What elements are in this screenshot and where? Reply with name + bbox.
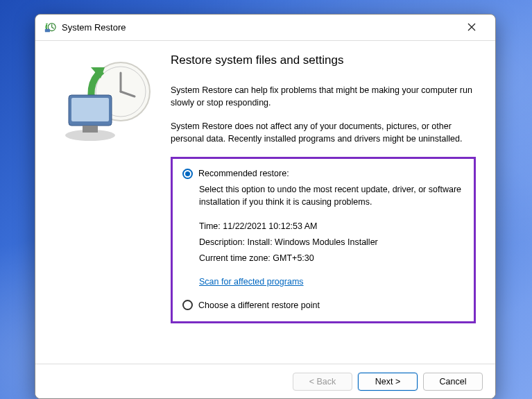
restore-timezone: Current time zone: GMT+5:30 — [199, 252, 464, 265]
cancel-button[interactable]: Cancel — [423, 373, 483, 391]
intro-paragraph-2: System Restore does not affect any of yo… — [171, 120, 476, 145]
options-panel: Recommended restore: Select this option … — [171, 157, 476, 324]
svg-rect-9 — [83, 126, 98, 133]
restore-time: Time: 11/22/2021 10:12:53 AM — [199, 220, 464, 233]
choose-different-option[interactable]: Choose a different restore point — [182, 300, 464, 310]
intro-paragraph-1: System Restore can help fix problems tha… — [171, 84, 476, 109]
restore-artwork-icon — [48, 53, 159, 151]
recommended-restore-option[interactable]: Recommended restore: — [182, 169, 464, 179]
sidebar — [35, 46, 171, 364]
radio-selected-icon — [182, 169, 193, 179]
titlebar: System Restore — [35, 15, 495, 41]
content-area: Restore system files and settings System… — [171, 46, 495, 364]
system-restore-icon — [44, 22, 56, 34]
scan-affected-programs-link[interactable]: Scan for affected programs — [199, 275, 304, 289]
svg-rect-1 — [45, 28, 50, 32]
titlebar-title: System Restore — [62, 22, 126, 33]
close-button[interactable] — [456, 17, 487, 38]
next-button[interactable]: Next > — [358, 373, 418, 391]
recommended-restore-label: Recommended restore: — [198, 169, 289, 178]
radio-unselected-icon — [182, 300, 193, 310]
svg-rect-7 — [71, 98, 109, 121]
restore-description: Description: Install: Windows Modules In… — [199, 236, 464, 249]
page-title: Restore system files and settings — [171, 53, 476, 67]
dialog-footer: < Back Next > Cancel — [35, 364, 495, 398]
dialog-body: Restore system files and settings System… — [35, 41, 495, 364]
system-restore-window: System Restore — [35, 14, 496, 399]
back-button[interactable]: < Back — [293, 373, 352, 391]
recommended-restore-description: Select this option to undo the most rece… — [199, 183, 464, 210]
choose-different-label: Choose a different restore point — [198, 300, 320, 310]
close-icon — [467, 22, 476, 33]
